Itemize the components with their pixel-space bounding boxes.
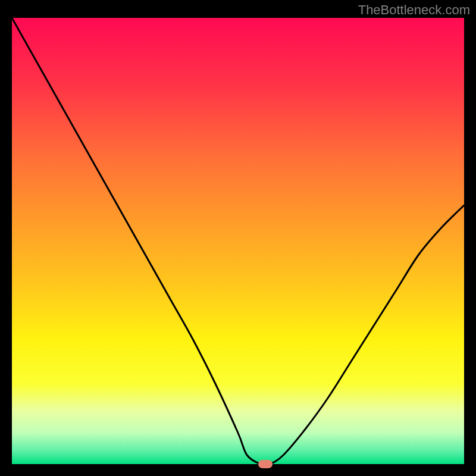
optimal-point-marker (258, 460, 273, 468)
chart-plot-area (12, 18, 464, 464)
bottleneck-curve (12, 18, 464, 464)
attribution-text: TheBottleneck.com (358, 2, 470, 18)
